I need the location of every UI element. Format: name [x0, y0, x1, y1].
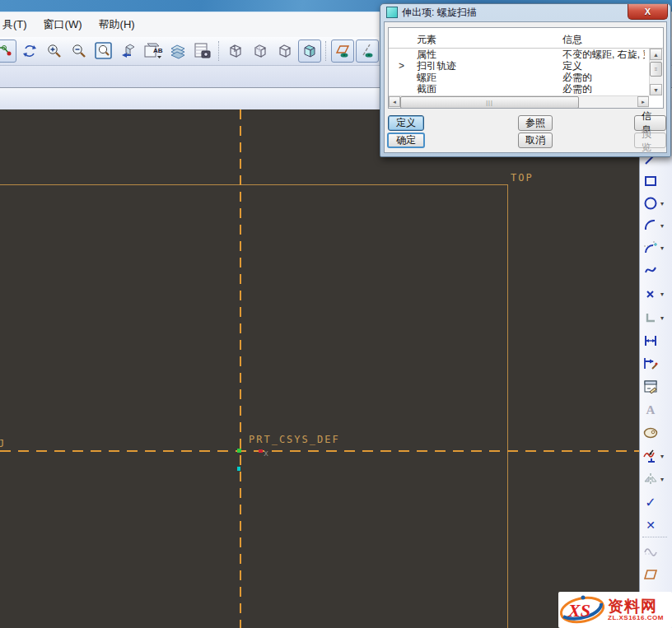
column-info: 信息 — [562, 33, 582, 47]
ordinate-dimension-tool[interactable] — [642, 354, 671, 374]
watermark-site-name: 资料网 — [608, 598, 664, 614]
scroll-down-icon[interactable]: ▼ — [650, 84, 662, 95]
scroll-track[interactable] — [579, 96, 637, 108]
sketch-point-red[interactable] — [259, 449, 263, 453]
sketch-point-cyan[interactable] — [237, 467, 240, 471]
sketcher-toolbar: ▾ ▾ ▾ ▾ ▾ A ▾ ▾ ✓ ✕ — [639, 109, 672, 628]
named-views-icon[interactable]: AB — [142, 40, 165, 63]
trim-icon — [642, 447, 660, 465]
datum-plane-toggle-icon[interactable] — [331, 40, 354, 63]
mirror-tool[interactable]: ▾ — [642, 469, 671, 489]
define-button[interactable]: 定义 — [388, 115, 424, 131]
watermark-url: ZL.XS1616.COM — [608, 614, 664, 621]
table-row[interactable]: > 扫引轨迹 定义 — [389, 60, 649, 72]
repaint-icon[interactable] — [117, 40, 140, 63]
zoom-out-icon[interactable] — [68, 40, 91, 63]
chevron-down-icon[interactable]: ▾ — [660, 291, 664, 298]
cancel-sketch-button[interactable]: ✕ — [642, 515, 671, 535]
parallelogram-tool[interactable] — [642, 564, 671, 584]
spline-tool[interactable] — [642, 260, 671, 280]
mirror-icon — [642, 470, 660, 488]
point-tool[interactable]: ▾ — [642, 284, 671, 304]
chevron-down-icon[interactable]: ▾ — [660, 453, 664, 460]
info-cell: 不变的螺距, 右旋, 穿 — [562, 49, 645, 60]
modify-dimensions-tool[interactable] — [642, 377, 671, 397]
table-row[interactable]: 属性 不变的螺距, 右旋, 穿 — [389, 49, 649, 60]
sketch-tool-icon[interactable] — [0, 40, 16, 63]
arc-tool[interactable]: ▾ — [642, 216, 671, 235]
csys-tool[interactable]: ▾ — [642, 308, 671, 328]
horizontal-scroll-thumb[interactable]: ||| — [400, 96, 579, 109]
refit-icon[interactable] — [92, 40, 115, 63]
element-table[interactable]: 元素 信息 属性 不变的螺距, 右旋, 穿 > 扫引轨迹 定义 螺距 必需的 — [388, 27, 664, 109]
horizontal-centerline — [0, 450, 639, 452]
done-button[interactable]: ✓ — [642, 492, 671, 512]
text-tool[interactable]: A — [642, 400, 671, 420]
fillet-icon — [642, 239, 660, 257]
palette-tool[interactable] — [642, 423, 671, 443]
horizontal-scrollbar[interactable]: ◄ ||| ► — [389, 95, 649, 108]
csys-label: PRT_CSYS_DEF — [249, 434, 340, 445]
helical-sweep-dialog: 伸出项: 螺旋扫描 X 元素 信息 属性 不变的螺距, 右旋, 穿 > 扫引轨迹… — [380, 3, 671, 157]
chevron-down-icon[interactable]: ▾ — [660, 476, 664, 483]
datum-axis-toggle-icon[interactable] — [356, 40, 379, 63]
menu-window[interactable]: 窗口(W) — [35, 14, 91, 35]
column-element: 元素 — [417, 33, 436, 47]
toolbar-separator — [325, 41, 327, 61]
menu-tools[interactable]: 具(T) — [0, 14, 35, 35]
palette-icon — [642, 424, 660, 442]
sketchbar-divider — [642, 537, 667, 537]
trim-tool[interactable]: ▾ — [642, 446, 671, 466]
vertical-scrollbar[interactable]: ▲ ≡ ▼ — [649, 49, 662, 95]
chevron-down-icon[interactable]: ▾ — [660, 200, 664, 207]
menu-help[interactable]: 帮助(H) — [91, 14, 143, 35]
close-button[interactable]: X — [628, 4, 668, 20]
chevron-down-icon[interactable]: ▾ — [660, 314, 664, 322]
wave-icon — [642, 542, 660, 560]
rectangle-tool[interactable] — [642, 171, 671, 191]
clipped-datum-label: J — [0, 438, 6, 449]
scroll-right-icon[interactable]: ► — [637, 96, 649, 107]
info-cell: 必需的 — [562, 83, 645, 95]
scroll-up-icon[interactable]: ▲ — [650, 49, 662, 60]
ok-button[interactable]: 确定 — [387, 133, 425, 148]
wireframe-display-icon[interactable] — [224, 40, 247, 63]
table-row[interactable]: 截面 必需的 — [389, 83, 649, 95]
preview-button[interactable]: 预览 — [634, 133, 666, 148]
scroll-left-icon[interactable]: ◄ — [389, 96, 400, 107]
table-row[interactable]: 螺距 必需的 — [389, 72, 649, 83]
info-cell: 定义 — [562, 60, 645, 72]
fillet-tool[interactable]: ▾ — [642, 238, 671, 258]
xs-logo-icon: XS — [558, 593, 606, 626]
close-icon: X — [645, 7, 651, 16]
zoom-in-icon[interactable] — [43, 40, 66, 63]
element-cell: 螺距 — [417, 72, 436, 83]
shaded-display-icon[interactable] — [298, 40, 321, 63]
ordinate-dimension-icon — [642, 355, 660, 373]
dimension-tool[interactable] — [642, 331, 671, 351]
wave-tool[interactable] — [642, 541, 671, 561]
circle-icon — [642, 194, 660, 212]
zoom-orient-icon[interactable] — [18, 40, 41, 63]
element-cell: 扫引轨迹 — [417, 60, 456, 72]
parallelogram-icon — [642, 565, 660, 583]
rectangle-icon — [642, 172, 660, 190]
no-hidden-display-icon[interactable] — [273, 40, 296, 63]
chevron-down-icon[interactable]: ▾ — [660, 222, 664, 230]
point-icon — [642, 285, 660, 303]
layers-icon[interactable] — [166, 40, 189, 63]
dialog-window-icon — [386, 7, 398, 18]
hidden-line-display-icon[interactable] — [249, 40, 272, 63]
graphics-canvas[interactable]: TOP PRT_CSYS_DEF J x — [0, 109, 639, 628]
watermark: XS 资料网 ZL.XS1616.COM — [558, 592, 672, 628]
chevron-down-icon[interactable]: ▾ — [660, 244, 664, 252]
view-manager-icon[interactable] — [191, 40, 214, 63]
references-button[interactable]: 参照 — [518, 115, 553, 131]
current-row-marker: > — [399, 60, 412, 72]
sketch-start-point[interactable] — [237, 449, 241, 453]
cancel-button[interactable]: 取消 — [518, 133, 553, 148]
datum-plane-right-edge — [507, 184, 508, 628]
circle-tool[interactable]: ▾ — [642, 193, 671, 213]
info-cell: 必需的 — [562, 72, 645, 83]
vertical-scroll-thumb[interactable]: ≡ — [650, 62, 662, 77]
